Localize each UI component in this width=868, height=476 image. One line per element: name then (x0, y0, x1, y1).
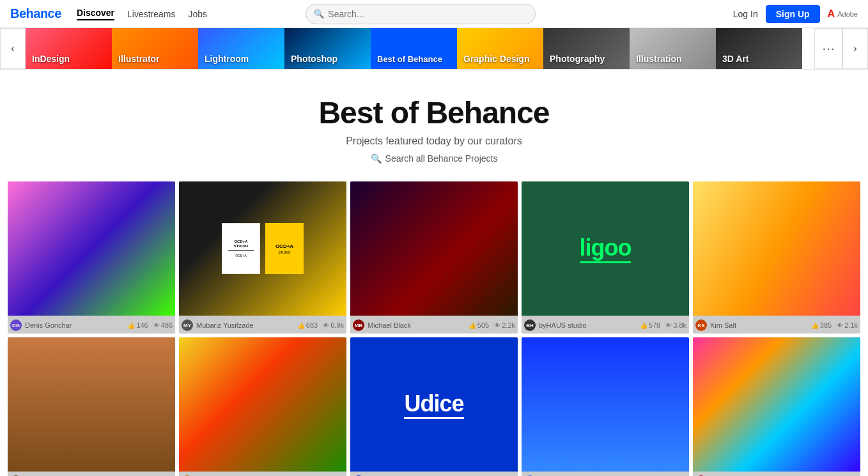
likes-count: 385 (820, 321, 832, 329)
likes-stat-item-5: 👍 385 (811, 321, 832, 329)
cat-label-photoshop: Photoshop (291, 54, 337, 64)
gallery-footer-item-1: DG Denis Gonchar 👍 146 👁 486 (8, 316, 175, 334)
gallery-item-item-8[interactable]: Udice GR Graphéine 👍 594 👁 4.7k (350, 337, 518, 476)
likes-count: 578 (649, 321, 660, 329)
cat-item-indesign[interactable]: InDesign (26, 28, 112, 69)
gallery-item-item-2[interactable]: OCD+ASTUDIO OCD+A OCD+A STUDIO MY Mubari… (179, 181, 346, 334)
gallery-stats-item-4: 👍 578 👁 3.8k (640, 321, 686, 329)
gallery-author-item-4: BH byHAUS studio (524, 319, 587, 331)
gallery-footer-item-8: GR Graphéine 👍 594 👁 4.7k (350, 472, 518, 476)
cat-item-photoshop[interactable]: Photoshop (284, 28, 371, 69)
avatar-item-3: MB (353, 319, 364, 331)
nav-livestreams[interactable]: Livestreams (127, 9, 175, 19)
avatar-item-1: DG (10, 319, 22, 331)
gallery-item-item-9[interactable]: MO Multiple Owners 👍 965 👁 3.9k (522, 337, 689, 476)
views-stat-item-3: 👁 2.2k (494, 321, 515, 329)
gallery-author-item-3: MB Michael Black (353, 319, 411, 331)
gallery: DG Denis Gonchar 👍 146 👁 486 OC (0, 181, 868, 476)
gallery-footer-item-9: MO Multiple Owners 👍 965 👁 3.9k (522, 472, 689, 476)
gallery-footer-item-3: MB Michael Black 👍 505 👁 2.2k (350, 316, 518, 334)
gallery-author-item-5: KS Kim Salt (695, 319, 736, 331)
likes-count: 505 (477, 321, 489, 329)
likes-count: 683 (306, 321, 318, 329)
views-count: 486 (161, 321, 173, 329)
search-icon: 🔍 (314, 9, 324, 19)
cat-label-indesign: InDesign (32, 54, 70, 64)
gallery-author-item-1: DG Denis Gonchar (10, 319, 72, 331)
cat-label-photography: Photography (550, 54, 605, 64)
category-strip: ‹ InDesignIllustratorLightroomPhotoshopB… (0, 28, 868, 70)
author-name-item-1: Denis Gonchar (25, 321, 72, 329)
gallery-footer-item-10: TN Toby Ng 👍 569 👁 3.8k (693, 472, 860, 476)
views-count: 3.8k (673, 321, 686, 329)
category-scroll: InDesignIllustratorLightroomPhotoshopBes… (26, 28, 814, 69)
login-button[interactable]: Log In (733, 9, 758, 19)
search-input[interactable] (328, 9, 527, 19)
cat-item-illustrator[interactable]: Illustrator (112, 28, 198, 69)
likes-stat-item-4: 👍 578 (640, 321, 660, 329)
views-stat-item-1: 👁 486 (153, 321, 173, 329)
adobe-label: Adobe (837, 10, 858, 18)
cat-item-best[interactable]: Best of Behance (371, 28, 457, 69)
gallery-item-item-1[interactable]: DG Denis Gonchar 👍 146 👁 486 (8, 181, 175, 334)
nav-discover[interactable]: Discover (77, 8, 114, 20)
adobe-logo: A Adobe (828, 8, 858, 20)
likes-stat-item-1: 👍 146 (127, 321, 148, 329)
hero-section: Best of Behance Projects featured today … (0, 70, 868, 181)
search-bar[interactable]: 🔍 (306, 4, 536, 24)
gallery-stats-item-1: 👍 146 👁 486 (127, 321, 173, 329)
author-name-item-3: Michael Black (368, 321, 411, 329)
views-count: 6.9k (330, 321, 344, 329)
view-icon: 👁 (153, 322, 160, 329)
gallery-author-item-2: MY Mubariz Yusifzade (182, 319, 254, 331)
cat-item-graphicdesign[interactable]: Graphic Design (457, 28, 543, 69)
likes-count: 146 (136, 321, 148, 329)
likes-stat-item-3: 👍 505 (469, 321, 489, 329)
hero-subtitle: Projects featured today by our curators (0, 135, 868, 147)
hero-title: Best of Behance (0, 95, 868, 130)
gallery-item-item-4[interactable]: ligoo BH byHAUS studio 👍 578 👁 3.8k (522, 181, 689, 334)
views-stat-item-4: 👁 3.8k (665, 321, 686, 329)
gallery-item-item-10[interactable]: TN Toby Ng 👍 569 👁 3.8k (693, 337, 860, 476)
cat-label-best: Best of Behance (377, 54, 442, 64)
author-name-item-5: Kim Salt (710, 321, 736, 329)
gallery-footer-item-5: KS Kim Salt 👍 385 👁 2.1k (693, 316, 860, 334)
views-count: 2.1k (844, 321, 858, 329)
gallery-item-item-5[interactable]: KS Kim Salt 👍 385 👁 2.1k (693, 181, 860, 334)
nav-right: Log In Sign Up A Adobe (733, 5, 858, 23)
avatar-item-4: BH (524, 319, 536, 331)
views-stat-item-5: 👁 2.1k (837, 321, 858, 329)
likes-stat-item-2: 👍 683 (297, 321, 318, 329)
like-icon: 👍 (469, 322, 476, 329)
like-icon: 👍 (640, 322, 647, 329)
cat-more-button[interactable]: ⋯ (814, 28, 842, 69)
views-stat-item-2: 👁 6.9k (323, 321, 344, 329)
view-icon: 👁 (665, 322, 672, 329)
nav-jobs[interactable]: Jobs (189, 9, 208, 19)
signup-button[interactable]: Sign Up (766, 5, 820, 23)
cat-item-photography[interactable]: Photography (543, 28, 630, 69)
gallery-row-0: DG Denis Gonchar 👍 146 👁 486 OC (8, 181, 860, 334)
gallery-footer-item-4: BH byHAUS studio 👍 578 👁 3.8k (522, 316, 689, 334)
cat-item-illustration[interactable]: Illustration (630, 28, 716, 69)
cat-prev-button[interactable]: ‹ (0, 28, 26, 69)
view-icon: 👁 (323, 322, 329, 329)
hero-search-link[interactable]: 🔍 Search all Behance Projects (0, 153, 868, 164)
view-icon: 👁 (837, 322, 843, 329)
gallery-item-item-7[interactable]: JE JUAN ER 👍 363 👁 2.2k (179, 337, 346, 476)
gallery-item-item-6[interactable]: MR Mitchell Rouse 👍 199 👁 1.4k (8, 337, 175, 476)
cat-label-graphicdesign: Graphic Design (463, 54, 529, 64)
avatar-item-2: MY (182, 319, 193, 331)
gallery-stats-item-3: 👍 505 👁 2.2k (469, 321, 515, 329)
cat-label-illustration: Illustration (636, 54, 682, 64)
gallery-stats-item-5: 👍 385 👁 2.1k (811, 321, 858, 329)
cat-next-button[interactable]: › (842, 28, 868, 69)
cat-item-lightroom[interactable]: Lightroom (198, 28, 284, 69)
gallery-item-item-3[interactable]: MB Michael Black 👍 505 👁 2.2k (350, 181, 518, 334)
adobe-icon: A (828, 8, 835, 20)
cat-item-3dart[interactable]: 3D Art (716, 28, 802, 69)
site-logo[interactable]: Behance (10, 6, 61, 21)
gallery-footer-item-7: JE JUAN ER 👍 363 👁 2.2k (179, 472, 346, 476)
navbar: Behance Discover Livestreams Jobs 🔍 Log … (0, 0, 868, 28)
search-icon-hero: 🔍 (371, 153, 382, 164)
